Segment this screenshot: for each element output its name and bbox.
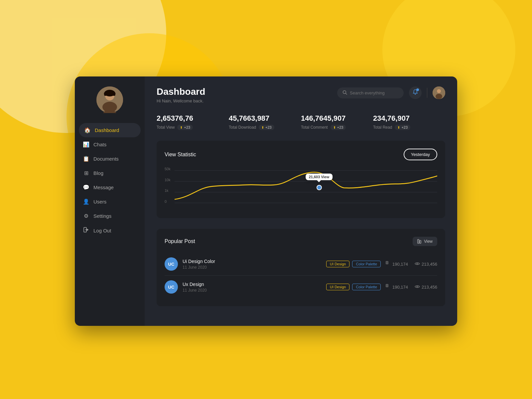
sidebar-item-logout[interactable]: Log Out [75,223,145,238]
svg-rect-15 [418,239,419,243]
app-container: 🏠 Dashboard 📊 Chats 📋 Documents ⊞ Blog 💬… [75,76,457,326]
stat-badge-view: ⬆ +23 [177,125,193,130]
svg-point-10 [436,94,442,99]
sidebar-item-blog[interactable]: ⊞ Blog [75,166,145,180]
tooltip-value: 21,603 View [309,175,330,179]
svg-rect-19 [387,262,388,263]
view-button[interactable]: View [413,237,437,246]
badge-value-comment: +23 [337,125,343,129]
trend-arrow-download: ⬆ [261,126,264,129]
post-tag-color-palette-1[interactable]: Color Palette [352,284,381,290]
svg-rect-18 [387,262,388,262]
user-avatar[interactable] [433,86,445,99]
post-date-1: 11 June 2020 [183,288,319,293]
trend-arrow-read: ⬆ [397,126,400,129]
svg-point-21 [417,263,418,264]
trend-arrow-view: ⬆ [180,126,183,129]
sidebar-label-message: Message [93,185,114,190]
stat-badge-download: ⬆ +23 [259,125,274,130]
post-tag-color-palette[interactable]: Color Palette [352,261,381,267]
post-avatar-0: UC [165,257,178,271]
post-views-1: 213,456 [415,284,437,290]
post-downloads-1: 190,174 [385,284,408,290]
stat-label-comment: Total Comment [301,125,328,130]
notification-dot [416,88,419,91]
post-stats-0: 190,174 213,456 [385,261,437,267]
page-title: Dashboard [157,86,205,97]
badge-value-download: +23 [265,125,272,129]
sidebar-item-documents[interactable]: 📋 Documents [75,152,145,166]
svg-rect-23 [387,285,388,285]
search-input[interactable] [350,90,398,95]
sidebar-label-logout: Log Out [93,228,111,233]
svg-point-26 [417,286,418,287]
header: Dashboard Hi Nain, Wellcome back. [157,86,445,103]
download-icon [385,261,391,267]
stat-label-read: Total Read [373,125,392,130]
popular-header: Popular Post View [165,237,437,246]
stats-row: 2,65376,76 Total View ⬆ +23 45,7663,987 … [157,114,445,130]
logout-icon [83,227,89,234]
stat-value-read: 234,76,907 [373,114,445,123]
header-subtitle: Hi Nain, Wellcome back. [157,98,205,103]
post-tag-ui-design[interactable]: UI Design [326,261,349,267]
chart-title: View Statistic [165,152,196,158]
trend-arrow-comment: ⬆ [333,126,336,129]
sidebar-label-blog: Blog [93,170,103,176]
dashboard-icon: 🏠 [84,127,91,133]
search-bar[interactable] [337,87,404,98]
post-avatar-text: UC [168,262,175,267]
sidebar-item-message[interactable]: 💬 Message [75,180,145,195]
stat-label-view: Total View [157,125,175,130]
sidebar-item-chats[interactable]: 📊 Chats [75,137,145,152]
avatar-image [96,86,123,113]
sidebar: 🏠 Dashboard 📊 Chats 📋 Documents ⊞ Blog 💬… [75,76,145,326]
eye-icon [415,261,420,267]
main-content: Dashboard Hi Nain, Wellcome back. [145,76,457,326]
post-avatar-1: UC [165,280,178,294]
svg-rect-25 [387,286,388,286]
stat-badge-read: ⬆ +23 [395,125,410,130]
sidebar-item-dashboard[interactable]: 🏠 Dashboard [79,123,141,137]
post-stats-1: 190,174 213,456 [385,284,437,290]
stat-label-row-read: Total Read ⬆ +23 [373,125,445,130]
message-icon: 💬 [83,184,89,191]
y-label-10k: 10k [165,178,171,182]
post-name-0: Ui Design Color [183,259,319,264]
svg-rect-24 [387,285,388,286]
sidebar-item-users[interactable]: 👤 Users [75,195,145,209]
chart-header: View Statistic Yesterday [165,149,437,160]
popular-posts-section: Popular Post View UC Ui Design Color 11 … [157,229,445,306]
sidebar-item-settings[interactable]: ⚙ Settings [75,209,145,223]
post-avatar-text-1: UC [168,285,175,290]
chart-svg-container: 21,603 View [175,167,437,210]
stat-total-download: 45,7663,987 Total Download ⬆ +23 [229,114,301,130]
chart-section: View Statistic Yesterday 50k 10k 1k 0 [157,141,445,218]
post-downloads-0: 190,174 [385,261,408,267]
post-tags-0: UI Design Color Palette [326,261,381,267]
svg-point-9 [437,89,441,93]
users-icon: 👤 [83,199,89,205]
y-label-0: 0 [165,200,171,203]
sidebar-label-settings: Settings [93,213,111,219]
post-view-count-1: 213,456 [422,285,437,290]
y-label-50k: 50k [165,167,171,171]
badge-value-read: +23 [401,125,408,129]
post-download-count-1: 190,174 [392,285,408,290]
notification-button[interactable] [409,86,422,99]
view-button-label: View [424,239,433,244]
search-icon [342,90,347,96]
badge-value-view: +23 [184,125,190,129]
svg-rect-20 [387,263,388,263]
stat-label-row-view: Total View ⬆ +23 [157,125,229,130]
post-tag-ui-design-1[interactable]: UI Design [326,284,349,290]
yesterday-button[interactable]: Yesterday [404,149,437,160]
stat-total-read: 234,76,907 Total Read ⬆ +23 [373,114,445,130]
post-name-1: Ux Design [183,282,319,287]
stat-badge-comment: ⬆ +23 [331,125,346,130]
post-tags-1: UI Design Color Palette [326,284,381,290]
post-info-1: Ux Design 11 June 2020 [183,282,319,293]
settings-icon: ⚙ [83,213,89,219]
post-view-count-0: 213,456 [422,262,437,267]
eye-icon-1 [415,284,420,290]
